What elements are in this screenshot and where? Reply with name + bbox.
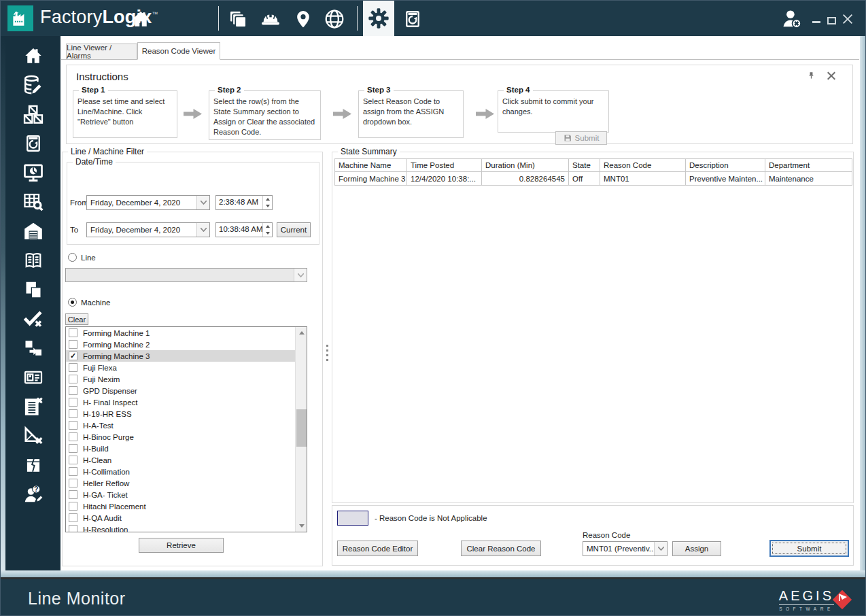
column-header[interactable]: Description — [686, 158, 765, 172]
user-logout-icon[interactable] — [780, 7, 804, 33]
machine-list-item[interactable]: Fuji Nexim — [66, 373, 296, 385]
sidebar-document-history-icon[interactable] — [21, 132, 46, 154]
machine-list-item[interactable]: Heller Reflow — [66, 477, 296, 489]
machine-checkbox[interactable] — [69, 375, 77, 383]
machine-checkbox[interactable] — [69, 456, 77, 464]
sidebar-documents-copy-icon[interactable] — [21, 278, 46, 301]
tab-reason-code-viewer[interactable]: Reason Code Viewer — [137, 42, 220, 60]
machine-list-item[interactable]: H-Collimation — [66, 466, 296, 477]
sidebar-defect-list-icon[interactable] — [21, 395, 46, 417]
spin-up-icon[interactable] — [263, 223, 272, 230]
instructions-close-icon[interactable] — [827, 71, 836, 80]
machine-checkbox[interactable] — [69, 432, 77, 441]
close-button[interactable] — [842, 13, 853, 24]
machine-checkbox[interactable] — [69, 421, 77, 430]
chevron-down-icon[interactable] — [196, 196, 209, 209]
sidebar-database-edit-icon[interactable] — [21, 73, 46, 96]
reason-code-dropdown[interactable]: MNT01 (Preventiv... — [583, 541, 668, 556]
machine-list-item[interactable]: H-Binoc Purge — [66, 431, 296, 443]
machine-checkbox[interactable] — [69, 409, 77, 418]
line-radio-row[interactable]: Line — [68, 253, 96, 262]
line-radio[interactable] — [68, 253, 77, 262]
sidebar-operator-help-icon[interactable]: ? — [21, 483, 46, 505]
settings-active-tab[interactable] — [363, 1, 394, 36]
machine-list-item[interactable]: H-GA- Ticket — [66, 489, 296, 500]
maximize-button[interactable] — [827, 17, 836, 24]
machine-list-scrollbar[interactable] — [295, 327, 307, 532]
layers-icon[interactable] — [227, 8, 249, 30]
machine-checkbox[interactable] — [69, 502, 77, 511]
globe-icon[interactable] — [324, 8, 345, 30]
location-icon[interactable] — [292, 8, 314, 30]
clear-button[interactable]: Clear — [65, 313, 88, 325]
machine-checkbox[interactable] — [69, 467, 77, 476]
to-date-dropdown[interactable]: Friday, December 4, 2020 — [86, 222, 210, 237]
panel-splitter[interactable] — [326, 345, 328, 369]
machine-radio[interactable] — [68, 298, 77, 307]
machine-list-item[interactable]: H-Clean — [66, 454, 296, 466]
machine-list-item[interactable]: H-19-HR ESS — [66, 408, 296, 420]
assign-button[interactable]: Assign — [672, 541, 721, 556]
to-time-spinner[interactable]: 10:38:48 AM — [215, 222, 273, 237]
machine-radio-row[interactable]: Machine — [68, 298, 110, 307]
hardhat-icon[interactable] — [260, 8, 281, 30]
machine-checkbox[interactable] — [69, 398, 77, 407]
machine-checkbox[interactable] — [69, 340, 77, 349]
column-header[interactable]: Reason Code — [600, 158, 686, 172]
spin-down-icon[interactable] — [263, 230, 272, 237]
column-header[interactable]: State — [569, 158, 600, 172]
sidebar-dashboard-monitor-icon[interactable] — [21, 161, 46, 184]
scrollbar-thumb[interactable] — [296, 409, 307, 447]
machine-list-item[interactable]: H-Build — [66, 443, 296, 454]
machine-list-item[interactable]: H-A-Test — [66, 420, 296, 431]
spin-down-icon[interactable] — [263, 203, 272, 209]
machine-checkbox[interactable] — [69, 352, 77, 360]
home-icon[interactable] — [130, 8, 152, 30]
submit-button[interactable]: Submit — [769, 540, 849, 557]
tab-line-viewer-alarms[interactable]: Line Viewer / Alarms — [66, 44, 137, 59]
machine-checkbox[interactable] — [69, 328, 77, 337]
instructions-submit-button[interactable]: Submit — [555, 131, 607, 145]
machine-list-item[interactable]: Forming Machine 3 — [66, 350, 296, 362]
reason-code-editor-button[interactable]: Reason Code Editor — [337, 541, 418, 556]
sidebar-measurement-disable-icon[interactable] — [21, 424, 46, 447]
column-header[interactable]: Machine Name — [334, 158, 407, 172]
pin-icon[interactable] — [807, 71, 816, 83]
from-date-dropdown[interactable]: Friday, December 4, 2020 — [86, 195, 210, 210]
scrollbar-down-icon[interactable] — [296, 520, 307, 532]
from-time-spinner[interactable]: 2:38:48 AM — [215, 195, 273, 210]
machine-list-item[interactable]: Forming Machine 2 — [66, 339, 296, 350]
sidebar-documentation-book-icon[interactable] — [21, 249, 46, 271]
sidebar-containers-icon[interactable] — [21, 103, 46, 125]
column-header[interactable]: Department — [765, 158, 852, 172]
table-row[interactable]: Forming Machine 3 12/4/2020 10:38:... 0.… — [334, 172, 852, 186]
machine-list-item[interactable]: Forming Machine 1 — [66, 327, 296, 339]
scrollbar-up-icon[interactable] — [296, 327, 307, 339]
machine-list-item[interactable]: Fuji Flexa — [66, 362, 296, 373]
machine-checkbox[interactable] — [69, 386, 77, 395]
machine-checkbox[interactable] — [69, 525, 77, 532]
column-header[interactable]: Duration (Min) — [482, 158, 569, 172]
sidebar-quality-check-icon[interactable] — [21, 307, 46, 330]
clear-reason-code-button[interactable]: Clear Reason Code — [461, 541, 541, 556]
sidebar-badge-card-icon[interactable] — [21, 366, 46, 388]
sidebar-material-transfer-icon[interactable] — [21, 337, 46, 359]
machine-list-item[interactable]: Hitachi Placement — [66, 500, 296, 512]
sidebar-warehouse-icon[interactable] — [21, 220, 46, 242]
chevron-down-icon[interactable] — [654, 542, 667, 555]
spin-up-icon[interactable] — [263, 196, 272, 203]
machine-checkbox[interactable] — [69, 513, 77, 522]
chevron-down-icon[interactable] — [196, 223, 209, 237]
machine-checkbox[interactable] — [69, 479, 77, 487]
current-button[interactable]: Current — [277, 222, 311, 237]
machine-list-item[interactable]: H-Resolution — [66, 524, 296, 532]
machine-list-item[interactable]: H-QA Audit — [66, 512, 296, 524]
machine-list-item[interactable]: H- Final Inspect — [66, 396, 296, 408]
sidebar-table-search-icon[interactable] — [21, 190, 46, 213]
column-header[interactable]: Time Posted — [407, 158, 482, 172]
minimize-button[interactable] — [812, 21, 820, 23]
machine-checkbox[interactable] — [69, 444, 77, 453]
history-icon[interactable] — [402, 8, 423, 30]
machine-list-item[interactable]: GPD Dispenser — [66, 385, 296, 396]
machine-checkbox[interactable] — [69, 490, 77, 499]
